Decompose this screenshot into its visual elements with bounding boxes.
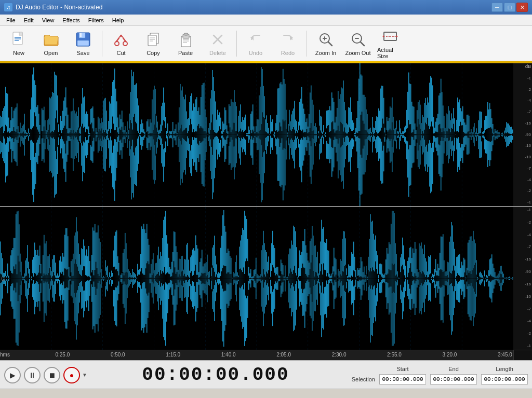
undo-icon bbox=[246, 31, 265, 48]
selection-panel: Start End Length Selection bbox=[344, 366, 528, 385]
paste-icon bbox=[176, 31, 195, 48]
selection-start-input[interactable] bbox=[379, 374, 426, 385]
menu-bar: File Edit View Effects Filters Help bbox=[0, 15, 532, 26]
play-button[interactable]: ▶ bbox=[4, 367, 21, 383]
toolbar-zoom-in-button[interactable]: Zoom In bbox=[310, 29, 341, 59]
ruler-label-1: 0:25.0 bbox=[55, 352, 70, 358]
menu-help[interactable]: Help bbox=[108, 16, 128, 24]
selection-label: Selection bbox=[344, 376, 375, 382]
zoom-in-label: Zoom In bbox=[315, 50, 336, 56]
svg-line-12 bbox=[116, 35, 121, 42]
paste-label: Paste bbox=[178, 50, 193, 56]
save-label: Save bbox=[76, 50, 89, 56]
ruler-label-4: 1:40.0 bbox=[221, 352, 236, 358]
channel-2-label: G bbox=[1, 276, 5, 281]
db-b-tick-16b: -16 bbox=[514, 282, 531, 287]
menu-edit[interactable]: Edit bbox=[20, 16, 38, 24]
toolbar-redo-button[interactable]: Redo bbox=[272, 29, 303, 59]
stop-button[interactable]: ⏹ bbox=[44, 367, 60, 383]
ruler-label-3: 1:15.0 bbox=[166, 352, 180, 358]
toolbar-open-button[interactable]: Open bbox=[35, 29, 66, 59]
selection-end-input[interactable] bbox=[430, 374, 477, 385]
svg-rect-2 bbox=[19, 32, 22, 35]
record-icon: ● bbox=[70, 371, 74, 379]
main-area: G dB -1 -2 -4 -7 -16 -90 -16 -10 -7 -4 -… bbox=[0, 61, 532, 360]
ruler-label-0: hms bbox=[0, 352, 10, 358]
svg-point-11 bbox=[123, 42, 127, 46]
new-icon bbox=[9, 31, 28, 48]
record-button[interactable]: ● bbox=[63, 367, 80, 383]
close-button[interactable]: ✕ bbox=[516, 3, 528, 12]
cut-icon bbox=[112, 31, 130, 48]
zoom-out-label: Zoom Out bbox=[345, 50, 371, 56]
menu-effects[interactable]: Effects bbox=[58, 16, 84, 24]
actual-size-icon bbox=[381, 28, 400, 45]
db-tick-10: -10 bbox=[514, 155, 531, 160]
db-b-tick-7b: -7 bbox=[514, 307, 531, 312]
db-tick-7: -7 bbox=[514, 110, 531, 115]
minimize-button[interactable]: ─ bbox=[491, 3, 503, 12]
db-scale-bottom: -1 -2 -4 -7 -16 -90 -16 -10 -7 -4 -2 -1 bbox=[513, 207, 532, 350]
end-header: End bbox=[430, 366, 477, 372]
svg-rect-9 bbox=[77, 40, 89, 46]
menu-file[interactable]: File bbox=[2, 16, 20, 24]
db-b-tick-2b: -2 bbox=[514, 332, 531, 336]
title-buttons: ─ □ ✕ bbox=[491, 3, 528, 12]
channel-2[interactable]: G bbox=[0, 207, 513, 350]
ruler-label-8: 3:20.0 bbox=[443, 352, 457, 358]
db-b-tick-1b: -1 bbox=[514, 344, 531, 349]
transport-dropdown[interactable]: ▼ bbox=[82, 372, 87, 378]
toolbar-delete-button[interactable]: Delete bbox=[202, 29, 233, 59]
selection-row: Selection bbox=[344, 374, 528, 385]
ruler-label-5: 2:05.0 bbox=[276, 352, 291, 358]
redo-icon bbox=[278, 31, 297, 48]
undo-label: Undo bbox=[249, 50, 262, 56]
toolbar-actual-size-button[interactable]: Actual Size bbox=[375, 29, 406, 59]
db-b-tick-4b: -4 bbox=[514, 319, 531, 324]
waveform-section: G dB -1 -2 -4 -7 -16 -90 -16 -10 -7 -4 -… bbox=[0, 63, 532, 350]
selection-length-input[interactable] bbox=[481, 374, 528, 385]
pause-button[interactable]: ⏸ bbox=[24, 367, 41, 383]
db-b-tick-10: -10 bbox=[514, 295, 531, 299]
ruler-label-9: 3:45.0 bbox=[498, 352, 512, 358]
ruler-track: hms0:25.00:50.01:15.01:40.02:05.02:30.02… bbox=[0, 350, 513, 360]
maximize-button[interactable]: □ bbox=[504, 3, 515, 12]
db-b-tick-7: -7 bbox=[514, 245, 531, 250]
channels-container: G bbox=[0, 63, 513, 350]
transport-bar: ▶ ⏸ ⏹ ● ▼ 00:00:00.000 Start End Length … bbox=[0, 360, 532, 389]
selection-headers: Start End Length bbox=[344, 366, 528, 372]
ruler-label-7: 2:55.0 bbox=[387, 352, 402, 358]
db-header: dB bbox=[514, 64, 531, 70]
delete-icon bbox=[208, 31, 227, 48]
toolbar-cut-button[interactable]: Cut bbox=[105, 29, 137, 59]
db-scale: dB -1 -2 -4 -7 -16 -90 -16 -10 -7 -4 -2 … bbox=[513, 63, 532, 350]
toolbar: New Open Save bbox=[0, 26, 532, 61]
toolbar-zoom-out-button[interactable]: Zoom Out bbox=[342, 29, 374, 59]
toolbar-new-button[interactable]: New bbox=[3, 29, 34, 59]
db-tick-2b: -2 bbox=[514, 189, 531, 194]
menu-filters[interactable]: Filters bbox=[84, 16, 108, 24]
toolbar-paste-button[interactable]: Paste bbox=[170, 29, 201, 59]
svg-rect-8 bbox=[80, 33, 82, 37]
db-b-tick-4: -4 bbox=[514, 233, 531, 238]
save-icon bbox=[74, 31, 92, 48]
svg-line-36 bbox=[361, 42, 364, 46]
copy-icon bbox=[144, 31, 163, 48]
db-b-tick-2: -2 bbox=[514, 221, 531, 225]
length-header: Length bbox=[481, 366, 528, 372]
toolbar-copy-button[interactable]: Copy bbox=[138, 29, 169, 59]
channel-1[interactable] bbox=[0, 63, 513, 207]
svg-line-33 bbox=[328, 42, 332, 46]
svg-point-10 bbox=[115, 42, 119, 46]
menu-view[interactable]: View bbox=[38, 16, 59, 24]
open-label: Open bbox=[44, 50, 58, 56]
db-scale-top: dB -1 -2 -4 -7 -16 -90 -16 -10 -7 -4 -2 … bbox=[513, 63, 532, 207]
db-tick-4b: -4 bbox=[514, 178, 531, 183]
toolbar-undo-button[interactable]: Undo bbox=[240, 29, 271, 59]
waveform-canvas-2 bbox=[0, 207, 513, 350]
new-label: New bbox=[13, 50, 24, 56]
time-display: 00:00:00.000 bbox=[101, 364, 330, 386]
start-header: Start bbox=[379, 366, 426, 372]
status-bar bbox=[0, 389, 532, 398]
toolbar-save-button[interactable]: Save bbox=[68, 29, 99, 59]
